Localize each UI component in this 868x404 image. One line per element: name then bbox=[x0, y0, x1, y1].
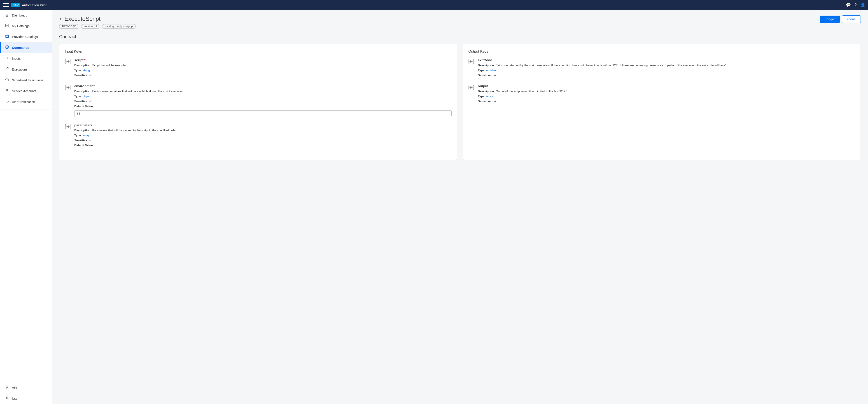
page-title-row: ▼ ExecuteScript bbox=[59, 16, 136, 22]
sidebar-item-api[interactable]: API bbox=[0, 382, 52, 393]
key-type-exitcode: Type: number bbox=[478, 68, 855, 73]
sidebar-label-my-catalogs: My Catalogs bbox=[12, 24, 30, 28]
key-sensitive-parameters: Sensitive: no bbox=[74, 138, 452, 143]
sidebar-label-commands: Commands bbox=[12, 46, 29, 50]
contract-section: Contract Input Keys bbox=[59, 34, 861, 160]
sidebar-item-user[interactable]: User bbox=[0, 393, 52, 404]
key-name-output: output bbox=[478, 84, 855, 88]
my-catalogs-icon bbox=[5, 24, 9, 28]
output-keys-title: Output Keys bbox=[468, 50, 855, 54]
app-name: Automation Pilot bbox=[22, 3, 46, 7]
page-header: ▼ ExecuteScript PROVIDED version = 2 cat… bbox=[59, 16, 861, 29]
input-key-environment: environment Description: Environment var… bbox=[65, 84, 452, 117]
sidebar-label-service-accounts: Service Accounts bbox=[12, 89, 36, 93]
main-content: ▼ ExecuteScript PROVIDED version = 2 cat… bbox=[52, 10, 868, 404]
input-content-script: script* Description: Script that will be… bbox=[74, 58, 452, 78]
output-key-exitcode: exitCode Description: Exit code returned… bbox=[468, 58, 855, 78]
user-icon bbox=[5, 396, 9, 401]
key-sensitive-environment: Sensitive: no bbox=[74, 99, 452, 104]
commands-icon bbox=[5, 45, 9, 50]
notifications-icon[interactable]: 💬 bbox=[846, 2, 851, 7]
key-description-parameters: Description: Parameters that will be pas… bbox=[74, 128, 452, 133]
sidebar-item-inputs[interactable]: Inputs bbox=[0, 53, 52, 64]
collapse-icon[interactable]: ▼ bbox=[59, 17, 62, 21]
dashboard-icon: ⊞ bbox=[5, 13, 9, 18]
key-name-parameters: parameters bbox=[74, 123, 452, 127]
tag-version: version = 2 bbox=[81, 24, 100, 29]
topnav: SAP Automation Pilot 💬 ? 👤 bbox=[0, 0, 868, 10]
key-sensitive-exitcode: Sensitive: no bbox=[478, 73, 855, 78]
sidebar-item-provided-catalogs[interactable]: Provided Catalogs bbox=[0, 31, 52, 42]
key-default-value-environment[interactable]: {} bbox=[74, 110, 452, 117]
sidebar-item-alert-notification[interactable]: Alert Notification bbox=[0, 96, 52, 107]
key-name-environment: environment bbox=[74, 84, 452, 88]
key-description-exitcode: Description: Exit code returned by the s… bbox=[478, 63, 855, 68]
trigger-button[interactable]: Trigger bbox=[820, 16, 840, 23]
key-sensitive-output: Sensitive: no bbox=[478, 99, 855, 104]
page-header-right: Trigger Clone bbox=[820, 16, 861, 23]
svg-point-10 bbox=[6, 386, 7, 388]
key-type-parameters: Type: array bbox=[74, 133, 452, 138]
output-icon-output bbox=[468, 85, 474, 104]
key-type-output: Type: array bbox=[478, 94, 855, 99]
key-name-exitcode: exitCode bbox=[478, 58, 855, 62]
input-keys-card: Input Keys script* bbox=[59, 44, 457, 160]
output-icon-exitcode bbox=[468, 59, 474, 78]
key-description-script: Description: Script that will be execute… bbox=[74, 63, 452, 68]
output-content-exitcode: exitCode Description: Exit code returned… bbox=[478, 58, 855, 78]
svg-point-11 bbox=[6, 397, 8, 398]
input-content-environment: environment Description: Environment var… bbox=[74, 84, 452, 117]
key-type-script: Type: string bbox=[74, 68, 452, 73]
key-type-environment: Type: object bbox=[74, 94, 452, 99]
sap-logo-text: SAP bbox=[11, 3, 20, 7]
page-header-left: ▼ ExecuteScript PROVIDED version = 2 cat… bbox=[59, 16, 136, 29]
sidebar-label-provided-catalogs: Provided Catalogs bbox=[12, 35, 38, 39]
key-description-environment: Description: Environment variables that … bbox=[74, 89, 452, 94]
sidebar-label-scheduled-executions: Scheduled Executions bbox=[12, 79, 43, 82]
key-sensitive-script: Sensitive: no bbox=[74, 73, 452, 78]
service-accounts-icon bbox=[5, 89, 9, 94]
sidebar-bottom: API User bbox=[0, 382, 52, 404]
sidebar-item-dashboard[interactable]: ⊞ Dashboard bbox=[0, 10, 52, 21]
sidebar-label-alert-notification: Alert Notification bbox=[12, 100, 35, 104]
contract-title: Contract bbox=[59, 34, 861, 39]
input-icon-environment bbox=[65, 85, 71, 117]
topnav-right: 💬 ? 👤 bbox=[846, 2, 865, 7]
key-name-script: script* bbox=[74, 58, 452, 62]
user-avatar[interactable]: 👤 bbox=[860, 2, 865, 7]
page-tags: PROVIDED version = 2 catalog = scripts-s… bbox=[59, 24, 136, 29]
help-icon[interactable]: ? bbox=[855, 3, 857, 7]
key-default-label-parameters: Default Value: bbox=[74, 143, 452, 148]
svg-point-9 bbox=[6, 89, 8, 91]
svg-rect-0 bbox=[5, 24, 8, 27]
sidebar-item-executions[interactable]: Executions bbox=[0, 64, 52, 75]
tag-provided: PROVIDED bbox=[59, 24, 79, 29]
input-key-script: script* Description: Script that will be… bbox=[65, 58, 452, 78]
provided-catalogs-icon bbox=[5, 34, 9, 39]
input-keys-title: Input Keys bbox=[65, 50, 452, 54]
input-content-parameters: parameters Description: Parameters that … bbox=[74, 123, 452, 148]
sidebar-item-commands[interactable]: Commands bbox=[0, 42, 52, 53]
key-default-label-environment: Default Value: bbox=[74, 104, 452, 109]
tag-catalog: catalog = scripts-sapcp bbox=[102, 24, 136, 29]
inputs-icon bbox=[5, 56, 9, 61]
input-icon-parameters bbox=[65, 124, 71, 148]
sidebar-item-service-accounts[interactable]: Service Accounts bbox=[0, 86, 52, 96]
sidebar-item-my-catalogs[interactable]: My Catalogs bbox=[0, 21, 52, 31]
key-description-output: Description: Output of the script execut… bbox=[478, 89, 855, 94]
sidebar-label-user: User bbox=[12, 397, 19, 400]
sidebar-label-inputs: Inputs bbox=[12, 57, 21, 60]
executions-icon bbox=[5, 67, 9, 72]
clone-button[interactable]: Clone bbox=[842, 16, 861, 23]
sidebar-label-dashboard: Dashboard bbox=[12, 13, 28, 17]
output-content-output: output Description: Output of the script… bbox=[478, 84, 855, 104]
contract-grid: Input Keys script* bbox=[59, 44, 861, 160]
page-title: ExecuteScript bbox=[64, 16, 100, 22]
app-logo: SAP Automation Pilot bbox=[11, 3, 46, 7]
sidebar-item-scheduled-executions[interactable]: Scheduled Executions bbox=[0, 75, 52, 86]
output-key-output: output Description: Output of the script… bbox=[468, 84, 855, 104]
sidebar: ⊞ Dashboard My Catalogs Provided Catalog… bbox=[0, 10, 52, 404]
hamburger-menu[interactable] bbox=[3, 2, 9, 8]
svg-marker-7 bbox=[6, 46, 8, 48]
svg-rect-3 bbox=[5, 35, 8, 38]
